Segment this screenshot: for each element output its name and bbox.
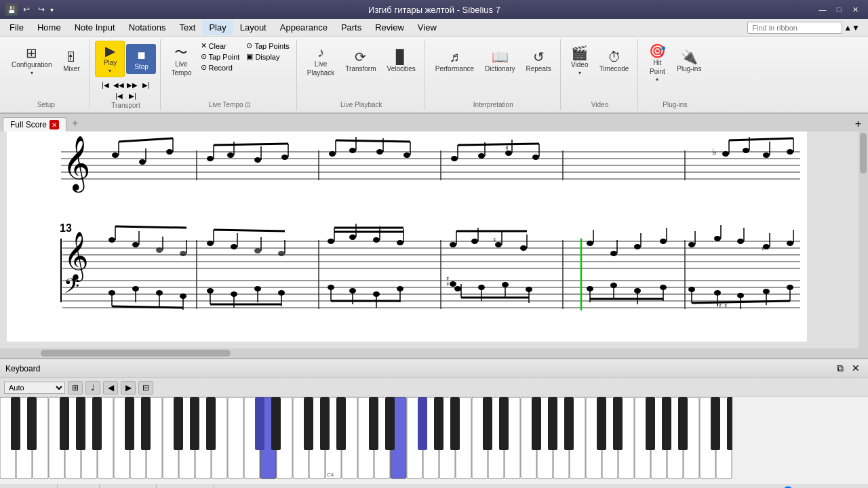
menu-review[interactable]: Review xyxy=(368,20,411,35)
menu-text[interactable]: Text xyxy=(173,20,203,35)
svg-rect-247 xyxy=(141,397,151,450)
repeats-button[interactable]: ↺ Repeats xyxy=(521,41,556,81)
rewind-to-start-button[interactable]: |◀ xyxy=(99,80,111,89)
configuration-dropdown[interactable]: ▾ xyxy=(31,70,33,76)
music-notation-svg: 𝄞 xyxy=(7,131,807,342)
menu-file[interactable]: File xyxy=(3,20,31,35)
keyboard-grid-button[interactable]: ⊞ xyxy=(68,381,83,394)
menu-notations[interactable]: Notations xyxy=(122,20,173,35)
keyboard-layout-button[interactable]: ⊟ xyxy=(138,381,153,394)
find-ribbon-input[interactable] xyxy=(747,22,842,34)
video-button[interactable]: 🎬 Video ▾ xyxy=(566,41,593,81)
play-dropdown[interactable]: ▾ xyxy=(108,68,111,74)
hit-point-icon: 🎯 xyxy=(649,44,666,58)
hit-point-button[interactable]: 🎯 Hit Point ▾ xyxy=(644,41,671,86)
find-ribbon-up-icon[interactable]: ▲ xyxy=(844,23,852,33)
undo-icon[interactable]: ↩ xyxy=(20,3,33,16)
concert-pitch-status[interactable]: Concert pitch xyxy=(157,484,215,488)
svg-point-94 xyxy=(328,239,334,244)
stop-button[interactable]: ■ Stop xyxy=(126,44,156,74)
display-button[interactable]: ▣ Display xyxy=(243,52,292,62)
horizontal-scrollbar-thumb[interactable] xyxy=(41,350,231,357)
zoom-slider[interactable] xyxy=(768,486,822,489)
full-score-tab[interactable]: Full Score ✕ xyxy=(3,117,66,131)
live-playback-button[interactable]: ♪ Live Playback xyxy=(302,41,340,81)
menu-play[interactable]: Play xyxy=(202,20,233,35)
redo-icon[interactable]: ↪ xyxy=(35,3,47,16)
configuration-button[interactable]: ⊞ Configuration ▾ xyxy=(7,41,56,81)
interpretation-buttons: ♬ Performance 📖 Dictionary ↺ Repeats xyxy=(431,41,556,100)
timecode-button[interactable]: ⏱ Timecode xyxy=(595,41,634,81)
record-button[interactable]: ⊙ Record xyxy=(198,62,243,73)
score-area[interactable]: 𝄞 xyxy=(0,131,868,348)
video-icon: 🎬 xyxy=(571,46,588,60)
menu-parts[interactable]: Parts xyxy=(334,20,368,35)
svg-rect-242 xyxy=(27,397,37,450)
transport-label: Transport xyxy=(111,100,140,109)
keyboard-title: Keyboard xyxy=(5,364,40,373)
zoom-in-button[interactable]: + xyxy=(857,486,863,489)
plugins-button[interactable]: 🔌 Plug-ins xyxy=(672,41,706,81)
prev-measure-button[interactable]: |◀ xyxy=(113,91,125,100)
svg-point-27 xyxy=(329,151,336,157)
horizontal-scrollbar[interactable] xyxy=(0,348,868,358)
svg-rect-251 xyxy=(255,397,264,450)
svg-rect-249 xyxy=(190,397,199,450)
save-icon[interactable]: 💾 xyxy=(5,3,18,16)
find-ribbon[interactable]: ▲ ▼ xyxy=(742,22,865,34)
keyboard-next-button[interactable]: ▶ xyxy=(121,381,136,394)
mixer-button[interactable]: 🎚 Mixer xyxy=(58,41,85,81)
tap-points-button[interactable]: ⊙ Tap Points xyxy=(243,41,292,51)
svg-point-118 xyxy=(634,244,641,249)
transform-label: Transform xyxy=(345,65,376,73)
record-label: Record xyxy=(209,64,233,72)
find-ribbon-down-icon[interactable]: ▼ xyxy=(852,23,860,33)
display-label: Display xyxy=(255,53,279,61)
svg-rect-246 xyxy=(125,397,134,450)
keyboard-mode-select[interactable]: Auto xyxy=(4,382,65,394)
performance-button[interactable]: ♬ Performance xyxy=(431,41,479,81)
setup-buttons: ⊞ Configuration ▾ 🎚 Mixer xyxy=(7,41,85,100)
close-button[interactable]: ✕ xyxy=(848,3,863,16)
menu-view[interactable]: View xyxy=(411,20,443,35)
performance-icon: ♬ xyxy=(450,50,460,64)
zoom-out-button[interactable]: − xyxy=(760,486,765,489)
menu-layout[interactable]: Layout xyxy=(233,20,273,35)
svg-point-11 xyxy=(112,152,119,158)
keyboard-panel: Keyboard ⧉ ✕ Auto ⊞ ♩ ◀ ▶ ⊟ /* rendered … xyxy=(0,358,868,483)
menu-appearance[interactable]: Appearance xyxy=(273,20,334,35)
fast-forward-button[interactable]: ▶▶ xyxy=(126,80,138,89)
menu-note-input[interactable]: Note Input xyxy=(68,20,122,35)
svg-rect-248 xyxy=(174,397,183,450)
live-playback-buttons: ♪ Live Playback ⟳ Transform ▊ Velocities xyxy=(302,41,420,100)
rewind-button[interactable]: ◀◀ xyxy=(113,80,125,89)
ribbon-group-setup: ⊞ Configuration ▾ 🎚 Mixer Setup xyxy=(3,39,90,110)
play-button[interactable]: ▶ Play ▾ xyxy=(95,41,125,77)
svg-point-76 xyxy=(108,237,115,243)
live-tempo-button[interactable]: 〜 Live Tempo xyxy=(166,41,196,81)
keyboard-close-button[interactable]: ✕ xyxy=(849,361,863,375)
maximize-button[interactable]: □ xyxy=(831,3,846,16)
close-tab-button[interactable]: ✕ xyxy=(50,120,59,129)
dictionary-button[interactable]: 📖 Dictionary xyxy=(480,41,519,81)
keyboard-popout-button[interactable]: ⧉ xyxy=(834,361,846,375)
clear-button[interactable]: ✕ Clear xyxy=(198,41,243,51)
svg-point-89 xyxy=(254,248,261,253)
vertical-scrollbar[interactable] xyxy=(859,131,868,348)
svg-line-93 xyxy=(214,230,285,231)
vertical-scrollbar-thumb[interactable] xyxy=(860,133,867,174)
setup-label: Setup xyxy=(37,100,55,108)
keyboard-note-button[interactable]: ♩ xyxy=(85,381,100,394)
minimize-button[interactable]: — xyxy=(815,3,830,16)
next-measure-button[interactable]: ▶| xyxy=(126,91,138,100)
zoom-in-score[interactable]: + xyxy=(851,117,865,131)
velocities-button[interactable]: ▊ Velocities xyxy=(382,41,420,81)
skip-to-end-button[interactable]: ▶| xyxy=(140,80,152,89)
video-label: Video xyxy=(571,61,588,68)
keyboard-prev-button[interactable]: ◀ xyxy=(103,381,118,394)
live-tempo-expand[interactable]: ⊡ xyxy=(245,101,250,108)
menu-home[interactable]: Home xyxy=(31,20,68,35)
add-tab-button[interactable]: + xyxy=(66,115,83,131)
tap-point-button[interactable]: ⊙ Tap Point xyxy=(198,52,243,62)
transform-button[interactable]: ⟳ Transform xyxy=(340,41,380,81)
